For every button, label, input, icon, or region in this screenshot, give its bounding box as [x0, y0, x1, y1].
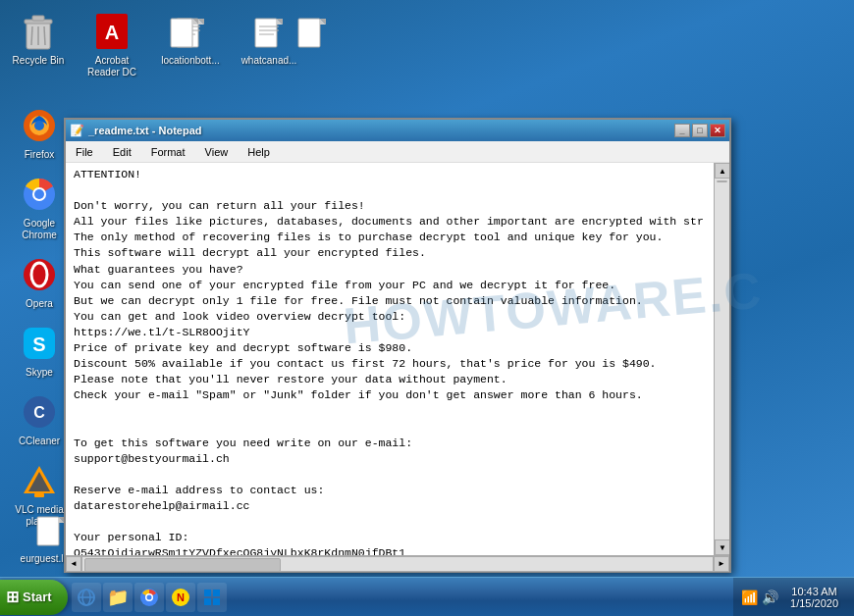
taskbar-clock: 10:43 AM 1/15/2020 — [782, 586, 846, 609]
notepad-title-icon: 📝 — [70, 124, 84, 137]
notepad-title-text: _readme.txt - Notepad — [88, 125, 670, 136]
acrobat-icon: A — [92, 12, 132, 51]
taskbar-chrome-icon[interactable] — [134, 583, 164, 612]
taskbar-norton-icon[interactable]: N — [166, 583, 195, 612]
desktop-icon-file3[interactable] — [277, 8, 347, 59]
skype-label: Skype — [26, 367, 53, 379]
scrollbar-vertical[interactable]: ▲ ▼ — [714, 163, 729, 555]
tray-network-icon[interactable]: 📶 — [741, 590, 758, 605]
notepad-window: 📝 _readme.txt - Notepad _ □ ✕ File Edit … — [64, 118, 731, 573]
scroll-down-arrow[interactable]: ▼ — [715, 539, 729, 555]
svg-rect-20 — [171, 19, 192, 47]
scroll-up-arrow[interactable]: ▲ — [715, 163, 729, 179]
system-tray: 📶 🔊 10:43 AM 1/15/2020 — [733, 578, 854, 616]
taskbar-ie-icon[interactable] — [72, 583, 101, 612]
desktop-icon-acrobat[interactable]: A Acrobat Reader DC — [77, 8, 147, 82]
minimize-button[interactable]: _ — [674, 124, 690, 137]
taskbar-folder-icon[interactable]: 📁 — [103, 583, 133, 612]
menu-view[interactable]: View — [199, 144, 235, 160]
svg-text:C: C — [33, 404, 45, 421]
svg-text:S: S — [32, 334, 45, 355]
scroll-thumb-v[interactable] — [717, 180, 727, 182]
taskbar-items: 📁 N — [68, 583, 733, 612]
taskbar: ⊞ Start 📁 N — [0, 577, 854, 616]
scroll-track — [715, 179, 729, 539]
scrollbar-horizontal[interactable] — [81, 556, 714, 572]
notepad-content-area: ATTENTION! Don't worry, you can return a… — [66, 163, 729, 555]
window-controls: _ □ ✕ — [674, 124, 725, 137]
svg-rect-56 — [213, 590, 220, 596]
clock-time: 10:43 AM — [790, 586, 838, 597]
svg-rect-41 — [37, 517, 59, 545]
svg-rect-40 — [34, 493, 44, 497]
start-label: Start — [23, 590, 52, 604]
scroll-left-arrow[interactable]: ◄ — [66, 556, 81, 572]
taskbar-windows-icon[interactable] — [197, 583, 227, 612]
file2-icon — [165, 12, 204, 51]
close-button[interactable]: ✕ — [710, 124, 725, 137]
ccleaner-icon: C — [20, 392, 59, 432]
file3-icon — [293, 12, 332, 51]
scroll-right-arrow[interactable]: ► — [714, 556, 729, 572]
vlc-icon — [20, 461, 59, 500]
tray-volume-icon[interactable]: 🔊 — [762, 590, 778, 605]
svg-point-31 — [34, 189, 44, 199]
svg-rect-58 — [213, 598, 220, 605]
notepad-titlebar: 📝 _readme.txt - Notepad _ □ ✕ — [66, 120, 729, 141]
notepad-text[interactable]: ATTENTION! Don't worry, you can return a… — [66, 163, 714, 555]
ccleaner-label: CCleaner — [19, 436, 60, 447]
second-col-icons — [149, 8, 347, 59]
clock-date: 1/15/2020 — [790, 597, 838, 609]
svg-text:A: A — [105, 22, 119, 43]
opera-icon — [20, 255, 59, 294]
maximize-button[interactable]: □ — [692, 124, 708, 137]
acrobat-label: Acrobat Reader DC — [87, 55, 136, 78]
svg-rect-57 — [204, 598, 211, 605]
menu-file[interactable]: File — [70, 144, 99, 160]
start-button[interactable]: ⊞ Start — [0, 580, 68, 615]
desktop-icon-file2[interactable] — [149, 8, 220, 59]
svg-rect-23 — [298, 19, 320, 47]
left-icons-column: Firefox Google Chrome Opera S — [0, 0, 71, 577]
svg-point-28 — [34, 121, 44, 130]
firefox-icon — [20, 106, 59, 145]
notepad-menubar: File Edit Format View Help — [66, 141, 729, 163]
scroll-thumb-h[interactable] — [84, 558, 281, 572]
svg-text:N: N — [177, 591, 185, 603]
chrome-label: Google Chrome — [22, 218, 57, 241]
svg-rect-55 — [204, 590, 211, 596]
chrome-icon — [20, 175, 59, 214]
menu-help[interactable]: Help — [241, 144, 276, 160]
menu-edit[interactable]: Edit — [107, 144, 137, 160]
firefox-label: Firefox — [25, 149, 55, 161]
opera-label: Opera — [26, 298, 53, 310]
menu-format[interactable]: Format — [145, 144, 191, 160]
windows-logo-icon: ⊞ — [6, 588, 19, 606]
skype-icon: S — [20, 324, 59, 363]
scrollbar-horizontal-container: ◄ ► — [66, 555, 729, 571]
svg-point-52 — [146, 594, 151, 599]
